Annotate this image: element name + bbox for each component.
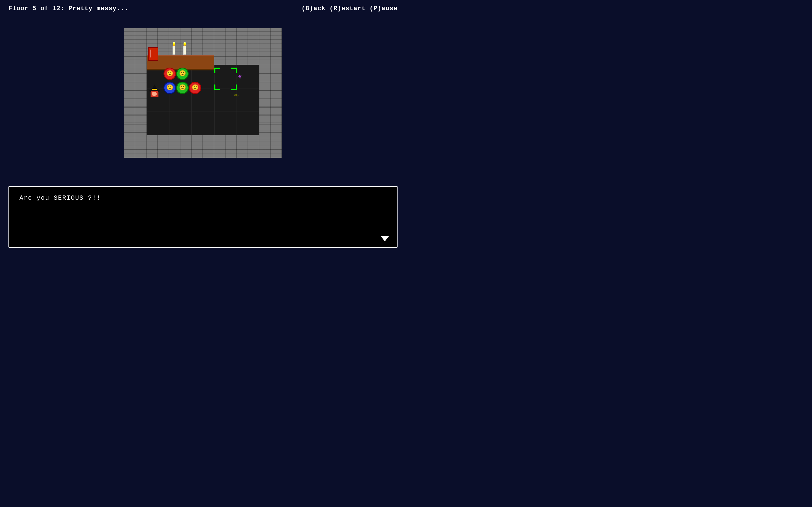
- candle-2: [183, 42, 186, 55]
- smiley-face: 🙂: [179, 71, 186, 76]
- floor-cell: [169, 112, 192, 135]
- player-character: [149, 84, 163, 100]
- floor-cell: [214, 112, 237, 135]
- witch-hat-band: [152, 89, 157, 90]
- smiley-face: 🙂: [179, 85, 186, 91]
- candle-flame: [184, 42, 186, 46]
- controls-label: (B)ack (R)estart (P)ause: [301, 5, 398, 12]
- hud: Floor 5 of 12: Pretty messy... (B)ack (R…: [0, 5, 406, 12]
- floor-cell: [237, 112, 259, 135]
- bracket-corner-br: [231, 84, 237, 90]
- bracket-corner-tl: [214, 68, 220, 73]
- candle-body: [183, 46, 186, 55]
- smiley-green-1: 🙂: [176, 68, 189, 80]
- smiley-green-2: 🙂: [176, 82, 189, 94]
- candle-flame: [173, 42, 175, 46]
- smiley-face: 🙂: [166, 71, 173, 76]
- ghost-bracket: [214, 68, 237, 90]
- game-viewport: ✦ ❧ 🙂 🙂 🙂 🙂 🙂: [124, 28, 282, 158]
- dialog-box[interactable]: Are you SERIOUS ?!!: [8, 186, 398, 248]
- smiley-red-1: 🙂: [163, 68, 176, 80]
- dialog-text: Are you SERIOUS ?!!: [19, 194, 387, 202]
- candle-body: [172, 46, 175, 55]
- floor-cell: [214, 88, 237, 112]
- smiley-face: 🙂: [166, 85, 173, 91]
- smiley-blue: 🙂: [163, 82, 176, 94]
- player-face: [152, 92, 157, 96]
- candle-1: [172, 42, 175, 55]
- floor-cell: [192, 112, 214, 135]
- smiley-red-2: 🙂: [189, 82, 201, 94]
- floor-cell: [147, 112, 169, 135]
- dialog-arrow[interactable]: [381, 236, 389, 241]
- floor-cell: [237, 88, 259, 112]
- smiley-face: 🙂: [192, 85, 199, 91]
- floor-label: Floor 5 of 12: Pretty messy...: [8, 5, 129, 12]
- bracket-corner-bl: [214, 84, 220, 90]
- book: [148, 47, 158, 61]
